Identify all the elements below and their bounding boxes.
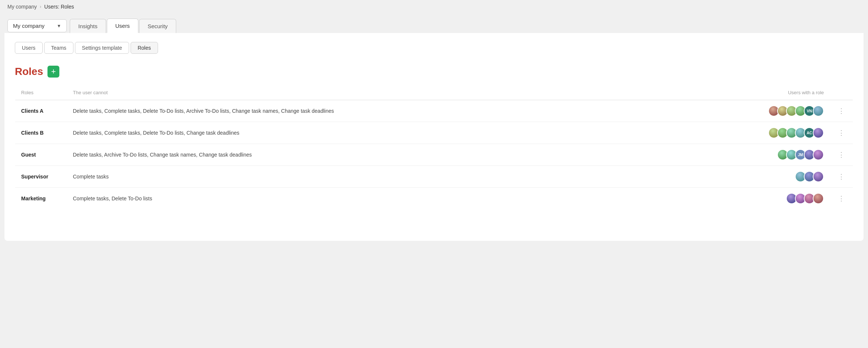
company-select-label: My company <box>13 23 45 29</box>
table-row: SupervisorComplete tasks⋮ <box>15 166 853 188</box>
table-row: Clients ADelete tasks, Complete tasks, D… <box>15 100 853 122</box>
avatar <box>813 171 824 182</box>
role-restrictions: Delete tasks, Archive To-Do lists, Chang… <box>67 144 756 166</box>
role-restrictions: Complete tasks <box>67 166 756 188</box>
col-header-roles: Roles <box>15 85 67 100</box>
more-options-icon[interactable]: ⋮ <box>836 171 847 182</box>
sub-tab-settings-template[interactable]: Settings template <box>75 42 129 54</box>
role-restrictions: Delete tasks, Complete tasks, Delete To-… <box>67 122 756 144</box>
role-users-avatars: VN <box>756 100 830 122</box>
row-menu[interactable]: ⋮ <box>830 122 853 144</box>
row-menu[interactable]: ⋮ <box>830 144 853 166</box>
add-role-button[interactable]: + <box>47 66 59 78</box>
roles-header: Roles + <box>15 66 853 78</box>
tab-users[interactable]: Users <box>107 19 138 33</box>
role-users-avatars <box>756 166 830 188</box>
sub-tab-roles[interactable]: Roles <box>131 42 158 54</box>
role-name: Marketing <box>15 188 67 210</box>
breadcrumb-bar: My company › Users: Roles <box>0 0 868 13</box>
role-name: Guest <box>15 144 67 166</box>
sub-tab-users[interactable]: Users <box>15 42 43 54</box>
more-options-icon[interactable]: ⋮ <box>836 128 847 138</box>
role-users-avatars: JM <box>756 144 830 166</box>
role-users-avatars <box>756 188 830 210</box>
roles-title: Roles <box>15 66 43 78</box>
role-restrictions: Complete tasks, Delete To-Do lists <box>67 188 756 210</box>
table-header-row: Roles The user cannot Users with a role <box>15 85 853 100</box>
row-menu[interactable]: ⋮ <box>830 166 853 188</box>
col-header-users: Users with a role <box>756 85 830 100</box>
col-header-menu <box>830 85 853 100</box>
more-options-icon[interactable]: ⋮ <box>836 193 847 204</box>
col-header-cannot: The user cannot <box>67 85 756 100</box>
role-name: Supervisor <box>15 166 67 188</box>
role-users-avatars: AC <box>756 122 830 144</box>
breadcrumb-separator: › <box>40 4 41 9</box>
tab-security[interactable]: Security <box>139 19 176 33</box>
main-content: Users Teams Settings template Roles Role… <box>4 33 864 241</box>
tab-insights[interactable]: Insights <box>70 19 106 33</box>
more-options-icon[interactable]: ⋮ <box>836 150 847 160</box>
chevron-down-icon: ▼ <box>57 23 61 29</box>
top-navigation: My company ▼ Insights Users Security <box>0 13 868 33</box>
role-name: Clients A <box>15 100 67 122</box>
sub-tabs: Users Teams Settings template Roles <box>15 42 853 54</box>
roles-table: Roles The user cannot Users with a role … <box>15 85 853 210</box>
table-row: GuestDelete tasks, Archive To-Do lists, … <box>15 144 853 166</box>
row-menu[interactable]: ⋮ <box>830 188 853 210</box>
more-options-icon[interactable]: ⋮ <box>836 106 847 116</box>
breadcrumb-current: Users: Roles <box>44 4 74 10</box>
row-menu[interactable]: ⋮ <box>830 100 853 122</box>
breadcrumb-home[interactable]: My company <box>7 4 37 10</box>
avatar <box>813 127 824 138</box>
avatar <box>813 149 824 160</box>
role-name: Clients B <box>15 122 67 144</box>
table-row: Clients BDelete tasks, Complete tasks, D… <box>15 122 853 144</box>
role-restrictions: Delete tasks, Complete tasks, Delete To-… <box>67 100 756 122</box>
sub-tab-teams[interactable]: Teams <box>44 42 73 54</box>
avatar <box>813 105 824 116</box>
company-select[interactable]: My company ▼ <box>7 19 67 32</box>
breadcrumb: My company › Users: Roles <box>7 4 74 10</box>
table-row: MarketingComplete tasks, Delete To-Do li… <box>15 188 853 210</box>
avatar <box>813 193 824 204</box>
